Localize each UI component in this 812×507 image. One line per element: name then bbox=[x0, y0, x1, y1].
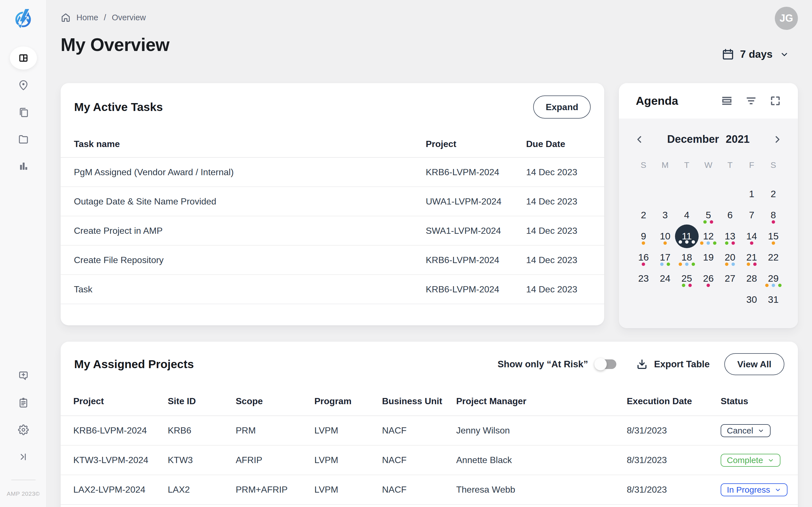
status-dropdown[interactable]: Cancel bbox=[721, 424, 770, 437]
day-number: 29 bbox=[768, 273, 779, 284]
task-row[interactable]: Outage Date & Site Name ProvidedUWA1-LVP… bbox=[61, 187, 604, 216]
weekday-label: W bbox=[698, 156, 719, 174]
expand-button[interactable]: Expand bbox=[533, 96, 591, 119]
breadcrumb: Home / Overview bbox=[61, 12, 146, 22]
fullscreen-icon[interactable] bbox=[770, 95, 781, 107]
at-risk-toggle[interactable] bbox=[596, 359, 616, 369]
calendar-day[interactable]: 31 bbox=[762, 289, 784, 310]
calendar-day[interactable]: 2 bbox=[762, 183, 784, 205]
calendar-day[interactable]: 27 bbox=[719, 268, 741, 289]
collapse-sidebar-icon bbox=[18, 452, 29, 462]
calendar-day[interactable]: 22 bbox=[762, 247, 784, 268]
event-dot bbox=[713, 241, 716, 245]
project-row[interactable]: LAX2-LVPM-2024LAX2PRM+AFRIPLVPMNACFThere… bbox=[61, 475, 798, 505]
at-risk-toggle-label: Show only “At Risk” bbox=[498, 359, 588, 370]
calendar-day[interactable]: 23 bbox=[633, 268, 654, 289]
task-name-cell: Create Project in AMP bbox=[74, 226, 426, 236]
event-dots bbox=[663, 241, 667, 245]
status-dropdown[interactable]: In Progress bbox=[721, 483, 788, 496]
sidebar-item-dashboard[interactable] bbox=[10, 45, 37, 71]
event-dot bbox=[707, 241, 710, 245]
status-dropdown[interactable]: Complete bbox=[721, 454, 780, 467]
day-number: 22 bbox=[768, 252, 779, 263]
assigned-projects-title: My Assigned Projects bbox=[74, 358, 194, 371]
task-row[interactable]: PgM Assigned (Vendor Award / Internal)KR… bbox=[61, 158, 604, 187]
calendar-day[interactable]: 14 bbox=[741, 226, 763, 247]
calendar-day[interactable]: 13 bbox=[719, 226, 741, 247]
calendar-day[interactable]: 16 bbox=[633, 247, 654, 268]
calendar-day[interactable]: 25 bbox=[676, 268, 698, 289]
calendar-day[interactable]: 26 bbox=[698, 268, 719, 289]
calendar-prev-icon[interactable] bbox=[635, 135, 644, 144]
calendar-day[interactable]: 15 bbox=[762, 226, 784, 247]
calendar-day bbox=[633, 289, 654, 310]
calendar-day[interactable]: 21 bbox=[741, 247, 763, 268]
avatar[interactable]: JG bbox=[775, 7, 798, 30]
calendar-day[interactable]: 4 bbox=[676, 205, 698, 226]
day-number: 25 bbox=[681, 273, 692, 284]
project-business-unit-cell: NACF bbox=[382, 485, 456, 495]
sidebar-item-settings[interactable] bbox=[10, 416, 37, 443]
task-project-cell: KRB6-LVPM-2024 bbox=[426, 167, 526, 177]
event-dots bbox=[750, 241, 753, 245]
rows-icon[interactable] bbox=[721, 95, 732, 107]
export-table-button[interactable]: Export Table bbox=[636, 358, 710, 370]
calendar-day[interactable]: 19 bbox=[698, 247, 719, 268]
calendar-day[interactable]: 2 bbox=[633, 205, 654, 226]
calendar-day[interactable]: 7 bbox=[741, 205, 763, 226]
project-execution-date-cell: 8/31/2023 bbox=[627, 485, 721, 495]
project-site-id-cell: KRB6 bbox=[168, 425, 236, 436]
project-project-manager-cell: Jenny Wilson bbox=[456, 425, 627, 436]
calendar-day[interactable]: 20 bbox=[719, 247, 741, 268]
calendar-day[interactable]: 28 bbox=[741, 268, 763, 289]
calendar-next-icon[interactable] bbox=[772, 135, 782, 144]
view-all-button[interactable]: View All bbox=[724, 353, 784, 375]
task-row[interactable]: TaskKRB6-LVPM-202414 Dec 2023 bbox=[61, 275, 604, 304]
calendar-day-selected[interactable]: 11 bbox=[676, 226, 698, 247]
calendar-day[interactable]: 18 bbox=[676, 247, 698, 268]
date-range-selector[interactable]: 7 days bbox=[721, 48, 789, 61]
calendar-day[interactable]: 29 bbox=[762, 268, 784, 289]
page-title: My Overview bbox=[61, 34, 169, 55]
project-row[interactable]: KRB6-LVPM-2024KRB6PRMLVPMNACFJenny Wilso… bbox=[61, 416, 798, 446]
sidebar-item-locations[interactable] bbox=[10, 71, 37, 99]
sidebar-item-feedback[interactable] bbox=[10, 362, 37, 389]
calendar-day[interactable]: 17 bbox=[654, 247, 676, 268]
calendar-day[interactable]: 6 bbox=[719, 205, 741, 226]
task-project-cell: SWA1-LVPM-2024 bbox=[426, 226, 526, 236]
task-name-cell: PgM Assigned (Vendor Award / Internal) bbox=[74, 167, 426, 177]
sidebar-copyright: AMP 2023© bbox=[0, 490, 47, 497]
calendar-day[interactable]: 9 bbox=[633, 226, 654, 247]
sidebar-item-reports[interactable] bbox=[10, 153, 37, 180]
project-row[interactable]: KTW3-LVPM-2024KTW3AFRIPLVPMNACFAnnette B… bbox=[61, 446, 798, 475]
breadcrumb-home[interactable]: Home bbox=[77, 13, 98, 22]
event-dot bbox=[663, 241, 667, 245]
task-row[interactable]: Create Project in AMPSWA1-LVPM-202414 De… bbox=[61, 216, 604, 245]
calendar-day[interactable]: 3 bbox=[654, 205, 676, 226]
event-dots bbox=[772, 241, 775, 245]
calendar-day[interactable]: 5 bbox=[698, 205, 719, 226]
task-row[interactable]: Create File RepositoryKRB6-LVPM-202414 D… bbox=[61, 245, 604, 275]
calendar-day[interactable]: 24 bbox=[654, 268, 676, 289]
day-number: 2 bbox=[641, 210, 646, 221]
home-icon[interactable] bbox=[61, 12, 71, 22]
calendar-day[interactable]: 12 bbox=[698, 226, 719, 247]
day-number: 28 bbox=[746, 273, 757, 284]
calendar-day[interactable]: 30 bbox=[741, 289, 763, 310]
calendar-day[interactable]: 10 bbox=[654, 226, 676, 247]
tasks-col-project: Project bbox=[426, 139, 526, 149]
sidebar-item-collapse[interactable] bbox=[10, 443, 37, 470]
project-project-cell: KTW3-LVPM-2024 bbox=[73, 455, 168, 465]
settings-gear-icon bbox=[18, 425, 29, 435]
filter-icon[interactable] bbox=[746, 95, 757, 107]
status-label: Complete bbox=[727, 455, 763, 465]
event-dot bbox=[667, 263, 670, 266]
sidebar-item-tasks[interactable] bbox=[10, 389, 37, 416]
calendar-day[interactable]: 1 bbox=[741, 183, 763, 205]
calendar-day[interactable]: 8 bbox=[762, 205, 784, 226]
sidebar-item-copies[interactable] bbox=[10, 99, 37, 126]
tasks-table-header: Task name Project Due Date bbox=[61, 131, 604, 158]
sidebar-item-projects[interactable] bbox=[10, 126, 37, 153]
weekday-label: S bbox=[633, 156, 654, 174]
project-project-manager-cell: Theresa Webb bbox=[456, 485, 627, 495]
